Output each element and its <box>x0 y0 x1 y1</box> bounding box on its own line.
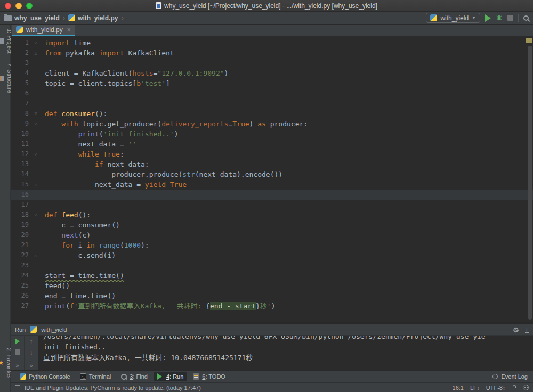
line-number: 12 <box>11 149 31 159</box>
breadcrumb-project[interactable]: why_use_yield <box>14 14 60 22</box>
code-line-20[interactable]: 20 next(c) <box>11 230 533 240</box>
tab-label: with_yield.py <box>26 26 63 34</box>
code-text: def feed(): <box>41 210 91 220</box>
fold-marker-icon[interactable]: ▽ <box>31 210 41 220</box>
toolwindow-button-terminal[interactable]: ›_Terminal <box>76 372 115 381</box>
code-text: producer.produce(str(next_data).encode()… <box>41 169 282 179</box>
line-number: 26 <box>11 291 31 301</box>
rerun-button[interactable] <box>15 338 20 345</box>
editor-scrollbar[interactable] <box>528 46 532 320</box>
inspection-status-square[interactable] <box>526 38 532 43</box>
code-text: next_data = yield True <box>41 179 187 190</box>
code-line-7[interactable]: 7 <box>11 99 533 109</box>
fold-marker-icon[interactable]: ▽ <box>31 38 41 48</box>
traffic-lights <box>5 3 33 9</box>
line-number: 27 <box>11 301 31 311</box>
code-line-26[interactable]: 26end = time.time() <box>11 291 533 301</box>
code-text <box>41 190 45 200</box>
fold-marker-icon[interactable]: ▽ <box>31 109 41 119</box>
encoding-selector[interactable]: UTF-8↕ <box>486 385 505 391</box>
tab-with-yield-py[interactable]: with_yield.py × <box>12 24 75 36</box>
fold-marker-icon[interactable]: △ <box>31 48 41 58</box>
code-text: print('init finished..') <box>41 129 178 139</box>
code-line-5[interactable]: 5topic = client.topics[b'test'] <box>11 78 533 88</box>
code-line-24[interactable]: 24start = time.time() <box>11 271 533 281</box>
code-line-1[interactable]: 1▽import time <box>11 38 533 48</box>
stop-button[interactable] <box>15 349 20 355</box>
code-line-15[interactable]: 15△ next_data = yield True <box>11 179 533 190</box>
line-number: 3 <box>11 58 31 68</box>
todo-icon <box>193 373 199 380</box>
code-line-22[interactable]: 22△ c.send(i) <box>11 250 533 260</box>
toolwindow-button-todo[interactable]: 6: TODO <box>189 372 229 381</box>
fold-gutter <box>31 230 41 240</box>
up-arrow-icon[interactable]: ↑ <box>30 338 33 345</box>
inspections-hector-icon[interactable] <box>523 385 529 390</box>
toolwindow-button-run[interactable]: 4: Run <box>154 372 187 381</box>
code-text: for i in range(1000): <box>41 240 149 250</box>
caret-position[interactable]: 16:1 <box>453 385 464 391</box>
code-line-19[interactable]: 19 c = consumer() <box>11 220 533 230</box>
code-line-4[interactable]: 4client = KafkaClient(hosts="127.0.0.1:9… <box>11 68 533 78</box>
line-number: 6 <box>11 88 31 99</box>
run-toolbar-secondary: ↑ ↓ » <box>25 336 38 370</box>
run-configuration-selector[interactable]: with_yield ▼ <box>426 13 480 23</box>
code-line-23[interactable]: 23 <box>11 260 533 271</box>
fold-marker-icon[interactable]: ▽ <box>31 119 41 129</box>
line-number: 20 <box>11 230 31 240</box>
code-line-2[interactable]: 2△from pykafka import KafkaClient <box>11 48 533 58</box>
code-line-12[interactable]: 12▽ while True: <box>11 149 533 159</box>
hide-panel-icon[interactable]: ↓ <box>525 326 529 333</box>
code-line-25[interactable]: 25feed() <box>11 281 533 291</box>
toolbar-separator <box>518 14 519 22</box>
run-button[interactable] <box>485 14 491 22</box>
more-buttons-expander[interactable]: » <box>29 362 33 369</box>
search-everywhere-icon[interactable] <box>523 15 529 21</box>
run-toolbar-primary: » <box>11 336 25 370</box>
fold-gutter <box>31 129 41 139</box>
fold-marker-icon[interactable]: ▽ <box>31 149 41 159</box>
breadcrumb-file[interactable]: with_yield.py <box>78 14 118 22</box>
toolwindow-toggle-icon[interactable] <box>15 385 20 390</box>
minimize-button[interactable] <box>15 3 22 9</box>
code-line-3[interactable]: 3 <box>11 58 533 68</box>
run-console-output[interactable]: /Users/zenmen/.local/share/virtualenvs/w… <box>38 336 533 370</box>
event-log-button[interactable]: Event Log <box>492 373 528 380</box>
code-line-27[interactable]: 27print(f'直到把所有数据塞入Kafka, 一共耗时: {end - s… <box>11 301 533 311</box>
code-line-10[interactable]: 10 print('init finished..') <box>11 129 533 139</box>
code-text: import time <box>41 38 91 48</box>
toolwindow-button-find[interactable]: 3: Find <box>117 372 151 381</box>
code-line-9[interactable]: 9▽ with topic.get_producer(delivery_repo… <box>11 119 533 129</box>
run-panel-config-tab[interactable]: with_yield <box>41 326 67 333</box>
code-line-13[interactable]: 13 if next_data: <box>11 159 533 169</box>
code-text: while True: <box>41 149 124 159</box>
zoom-button[interactable] <box>26 3 33 9</box>
debug-button[interactable] <box>496 14 503 21</box>
more-buttons-expander[interactable]: » <box>15 362 19 369</box>
code-editor[interactable]: 1▽import time2△from pykafka import Kafka… <box>11 36 533 322</box>
code-line-17[interactable]: 17 <box>11 200 533 210</box>
line-ending-selector[interactable]: LF↕ <box>470 385 480 391</box>
code-text: def consumer(): <box>41 109 107 119</box>
line-number: 21 <box>11 240 31 250</box>
code-line-8[interactable]: 8▽def consumer(): <box>11 109 533 119</box>
close-icon[interactable]: × <box>67 26 71 34</box>
code-line-16[interactable]: 16 <box>11 190 533 200</box>
close-button[interactable] <box>5 3 11 9</box>
code-text <box>41 200 45 210</box>
code-line-18[interactable]: 18▽def feed(): <box>11 210 533 220</box>
stop-button[interactable] <box>507 15 513 21</box>
fold-gutter <box>31 291 41 301</box>
code-line-14[interactable]: 14 producer.produce(str(next_data).encod… <box>11 169 533 179</box>
code-line-6[interactable]: 6 <box>11 88 533 99</box>
code-line-21[interactable]: 21 for i in range(1000): <box>11 240 533 250</box>
lock-icon[interactable] <box>512 387 516 390</box>
toolwindow-button-python-console[interactable]: Python Console <box>16 372 74 381</box>
down-arrow-icon[interactable]: ↓ <box>30 349 33 356</box>
toolwindow-button-label: Python Console <box>29 373 70 380</box>
code-line-11[interactable]: 11 next_data = '' <box>11 139 533 149</box>
fold-marker-icon[interactable]: △ <box>31 250 41 260</box>
left-tool-stripe: 1: Project 7: Structure 2: Favorites ★ <box>0 24 11 392</box>
fold-marker-icon[interactable]: △ <box>31 179 41 190</box>
status-message[interactable]: IDE and Plugin Updates: PyCharm is ready… <box>25 385 201 391</box>
